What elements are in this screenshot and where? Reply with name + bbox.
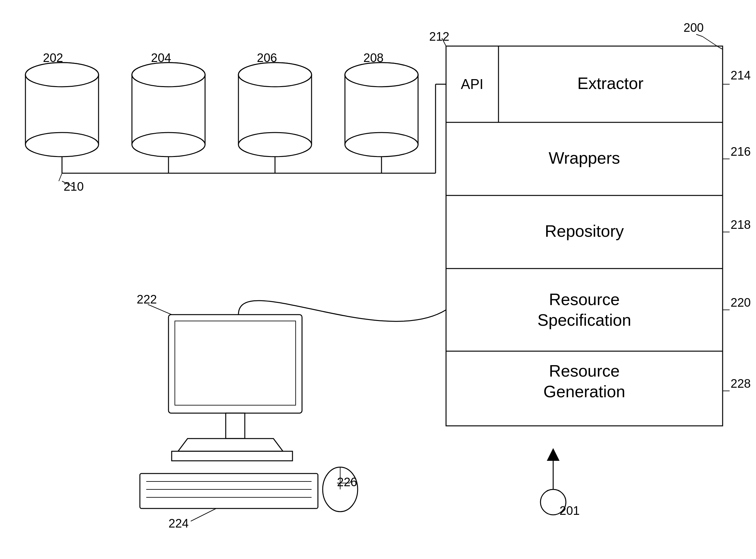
svg-rect-1 <box>25 75 98 144</box>
cylinder-208 <box>345 63 418 157</box>
diagram-container: API Extractor Wrappers Repository Resour… <box>0 0 756 559</box>
api-label: API <box>461 76 484 92</box>
svg-rect-32 <box>446 46 722 426</box>
svg-rect-50 <box>172 451 292 461</box>
cylinder-204 <box>132 63 205 157</box>
ref-216: 216 <box>731 145 751 158</box>
svg-point-10 <box>132 133 205 157</box>
resource-generation-label-1: Resource <box>549 362 620 380</box>
svg-rect-7 <box>132 75 205 144</box>
svg-line-65 <box>350 478 353 483</box>
ref-218: 218 <box>731 218 751 231</box>
ref-220: 220 <box>731 296 751 309</box>
wrappers-label: Wrappers <box>549 149 620 167</box>
ref-202: 202 <box>43 51 63 65</box>
svg-point-18 <box>345 63 418 87</box>
svg-rect-19 <box>345 75 418 144</box>
svg-point-6 <box>132 63 205 87</box>
cylinder-206 <box>239 63 312 157</box>
svg-line-38 <box>703 37 718 47</box>
svg-rect-46 <box>169 315 302 413</box>
svg-line-63 <box>148 305 172 315</box>
diagram-svg: API Extractor Wrappers Repository Resour… <box>0 0 756 559</box>
ref-204: 204 <box>151 51 171 65</box>
svg-point-17 <box>239 63 312 87</box>
svg-line-61 <box>59 173 62 181</box>
svg-point-23 <box>345 63 418 87</box>
ref-214: 214 <box>731 69 751 82</box>
svg-line-64 <box>191 509 216 521</box>
svg-point-22 <box>345 133 418 157</box>
svg-rect-51 <box>140 473 318 509</box>
resource-specification-label-2: Specification <box>538 311 631 329</box>
ref-201: 201 <box>559 504 580 517</box>
ref-212: 212 <box>429 30 449 43</box>
ref-206: 206 <box>257 51 277 65</box>
ref-200: 200 <box>684 21 704 34</box>
ref-224: 224 <box>169 517 188 530</box>
svg-marker-49 <box>178 439 283 451</box>
ref-228: 228 <box>731 377 751 390</box>
resource-generation-label-2: Generation <box>543 382 625 401</box>
svg-point-16 <box>239 133 312 157</box>
ref-208: 208 <box>363 51 383 65</box>
ref-210: 210 <box>64 180 84 193</box>
svg-line-60 <box>696 34 703 37</box>
svg-point-59 <box>540 489 566 515</box>
repository-label: Repository <box>545 222 624 240</box>
svg-rect-13 <box>239 75 312 144</box>
svg-point-0 <box>25 63 98 87</box>
svg-point-5 <box>25 63 98 87</box>
svg-point-11 <box>132 63 205 87</box>
svg-line-62 <box>62 181 75 187</box>
extractor-label: Extractor <box>577 74 643 92</box>
svg-line-40 <box>442 38 446 46</box>
cylinder-202 <box>25 63 98 157</box>
svg-rect-48 <box>226 413 245 439</box>
svg-marker-58 <box>547 448 559 461</box>
svg-rect-47 <box>175 321 296 405</box>
resource-specification-label-1: Resource <box>549 290 620 309</box>
svg-line-39 <box>718 47 722 49</box>
ref-226: 226 <box>337 475 357 489</box>
svg-point-55 <box>323 467 358 512</box>
svg-point-4 <box>25 133 98 157</box>
ref-222: 222 <box>137 293 157 306</box>
svg-point-12 <box>239 63 312 87</box>
